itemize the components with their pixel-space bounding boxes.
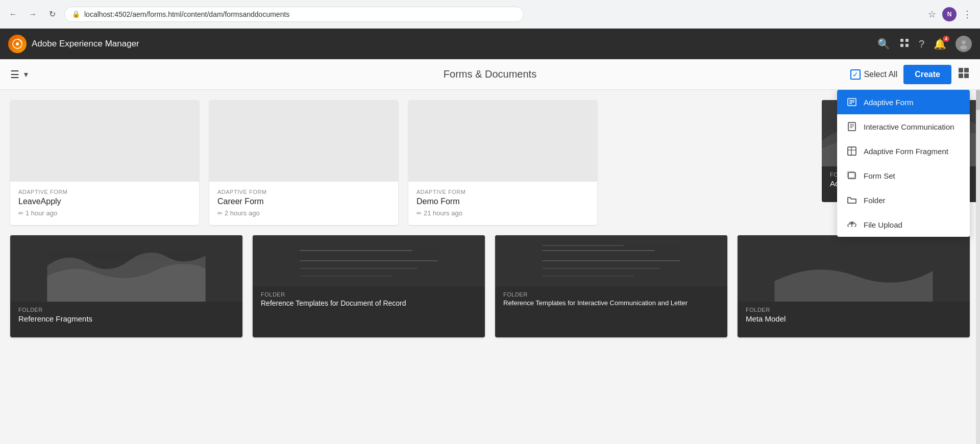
dropdown-label-adaptive-form: Adaptive Form: [864, 98, 914, 107]
create-dropdown-menu: Adaptive Form Interactive Communication: [837, 90, 970, 237]
card-reference-fragments[interactable]: FOLDER Reference Fragments: [10, 235, 242, 337]
empty-slot: [607, 100, 796, 225]
dropdown-label-form-set: Form Set: [864, 171, 895, 180]
edit-icon: ✏: [416, 210, 422, 217]
svg-rect-3: [905, 39, 909, 42]
back-button[interactable]: ←: [6, 7, 20, 21]
select-all-area[interactable]: ✓ Select All: [850, 69, 897, 80]
folder-name: Reference Templates for Interactive Comm…: [503, 299, 719, 307]
svg-rect-2: [900, 39, 903, 42]
folder-type: FOLDER: [746, 307, 962, 313]
card-info: ADAPTIVE FORM Demo Form ✏ 21 hours ago: [408, 182, 597, 225]
card-ref-templates-ic[interactable]: FOLDER Reference Templates for Interacti…: [495, 235, 727, 337]
scrollbar[interactable]: [976, 90, 980, 444]
browser-chrome: ← → ↻ 🔒 localhost:4502/aem/forms.html/co…: [0, 0, 980, 29]
form-cards-row: ADAPTIVE FORM LeaveApply ✏ 1 hour ago AD…: [10, 100, 796, 225]
dropdown-item-form-fragment[interactable]: Adaptive Form Fragment: [837, 139, 970, 163]
aem-user-avatar[interactable]: [955, 36, 972, 52]
card-thumbnail: [408, 100, 597, 182]
card-demoform[interactable]: ADAPTIVE FORM Demo Form ✏ 21 hours ago: [408, 100, 597, 225]
svg-rect-5: [905, 44, 909, 47]
card-info: ADAPTIVE FORM Career Form ✏ 2 hours ago: [209, 182, 398, 225]
main-content: ADAPTIVE FORM LeaveApply ✏ 1 hour ago AD…: [0, 90, 980, 444]
dropdown-label-file-upload: File Upload: [864, 220, 902, 229]
card-careerform[interactable]: ADAPTIVE FORM Career Form ✏ 2 hours ago: [209, 100, 398, 225]
card-meta: ✏ 1 hour ago: [18, 209, 191, 217]
card-meta: ✏ 2 hours ago: [217, 209, 390, 217]
forward-button[interactable]: →: [26, 7, 40, 21]
card-thumbnail: [209, 100, 398, 182]
card-type: ADAPTIVE FORM: [416, 189, 589, 195]
card-thumbnail: [10, 100, 199, 182]
menu-button[interactable]: ⋮: [961, 7, 974, 22]
svg-point-1: [16, 42, 19, 45]
svg-rect-4: [900, 44, 903, 47]
folder-name: Reference Templates for Document of Reco…: [261, 299, 477, 307]
content-toolbar: ☰ ▼ Forms & Documents ✓ Select All Creat…: [0, 59, 980, 90]
dropdown-label-form-fragment: Adaptive Form Fragment: [864, 147, 948, 156]
search-icon[interactable]: 🔍: [877, 38, 890, 50]
form-fragment-icon: [846, 146, 857, 156]
folder-thumbnail: [253, 235, 485, 286]
edit-icon: ✏: [18, 210, 23, 217]
folder-icon: [846, 195, 857, 205]
interactive-comm-icon: [846, 121, 857, 132]
folder-info: FOLDER Meta Model: [738, 302, 970, 328]
card-info: ADAPTIVE FORM LeaveApply ✏ 1 hour ago: [10, 182, 199, 225]
dropdown-item-adaptive-form[interactable]: Adaptive Form: [837, 90, 970, 114]
refresh-button[interactable]: ↻: [45, 7, 59, 21]
card-name: Career Form: [217, 197, 390, 206]
dropdown-item-file-upload[interactable]: File Upload: [837, 212, 970, 237]
folder-info: FOLDER Reference Fragments: [10, 302, 242, 328]
lock-icon: 🔒: [72, 10, 80, 18]
bookmark-button[interactable]: ☆: [926, 7, 938, 22]
dropdown-item-form-set[interactable]: Form Set: [837, 163, 970, 188]
card-meta: ✏ 21 hours ago: [416, 209, 589, 217]
card-type: ADAPTIVE FORM: [217, 189, 390, 195]
select-all-label: Select All: [864, 70, 897, 79]
page-title: Forms & Documents: [444, 68, 536, 80]
create-button[interactable]: Create: [903, 65, 951, 84]
notifications-icon[interactable]: 🔔 4: [934, 38, 946, 50]
address-bar[interactable]: 🔒 localhost:4502/aem/forms.html/content/…: [64, 7, 524, 22]
folder-name: Meta Model: [746, 314, 962, 323]
card-name: Demo Form: [416, 197, 589, 206]
folder-name: Reference Fragments: [18, 314, 234, 323]
file-upload-icon: [846, 219, 857, 230]
folder-thumbnail: [10, 235, 242, 302]
svg-rect-11: [964, 73, 969, 78]
aem-topbar: Adobe Experience Manager 🔍 ? 🔔 4: [0, 29, 980, 59]
svg-rect-10: [959, 73, 963, 78]
dropdown-label-interactive-comm: Interactive Communication: [864, 122, 954, 131]
svg-point-6: [962, 40, 966, 44]
scroll-thumb[interactable]: [976, 90, 980, 110]
help-icon[interactable]: ?: [919, 38, 924, 50]
card-timestamp: 2 hours ago: [225, 209, 260, 217]
card-meta-model[interactable]: FOLDER Meta Model: [738, 235, 970, 337]
dropdown-label-folder: Folder: [864, 196, 886, 205]
folder-type: FOLDER: [261, 291, 477, 298]
select-all-checkbox[interactable]: ✓: [850, 69, 861, 80]
url-text: localhost:4502/aem/forms.html/content/da…: [84, 10, 289, 18]
notification-badge: 4: [943, 36, 949, 42]
card-name: LeaveApply: [18, 197, 191, 206]
toolbar-chevron-down[interactable]: ▼: [22, 70, 30, 79]
aem-topbar-actions: 🔍 ? 🔔 4: [877, 36, 972, 52]
dropdown-item-interactive-comm[interactable]: Interactive Communication: [837, 114, 970, 139]
card-type: ADAPTIVE FORM: [18, 189, 191, 195]
card-leaveapply[interactable]: ADAPTIVE FORM LeaveApply ✏ 1 hour ago: [10, 100, 199, 225]
folder-info: FOLDER Reference Templates for Document …: [253, 286, 485, 312]
view-toggle-button[interactable]: [958, 67, 970, 82]
svg-rect-25: [848, 122, 855, 131]
aem-title: Adobe Experience Manager: [32, 39, 139, 49]
toolbar-right: ✓ Select All Create: [850, 65, 970, 84]
svg-rect-9: [964, 68, 969, 72]
folder-info: FOLDER Reference Templates for Interacti…: [495, 286, 727, 312]
card-ref-templates-doc[interactable]: FOLDER Reference Templates for Document …: [253, 235, 485, 337]
folder-thumbnail: [495, 235, 727, 286]
folder-thumbnail: [738, 235, 970, 302]
dropdown-item-folder[interactable]: Folder: [837, 188, 970, 212]
sidebar-toggle[interactable]: ☰: [10, 68, 19, 81]
apps-icon[interactable]: [899, 38, 910, 51]
browser-user-avatar[interactable]: N: [942, 7, 957, 21]
